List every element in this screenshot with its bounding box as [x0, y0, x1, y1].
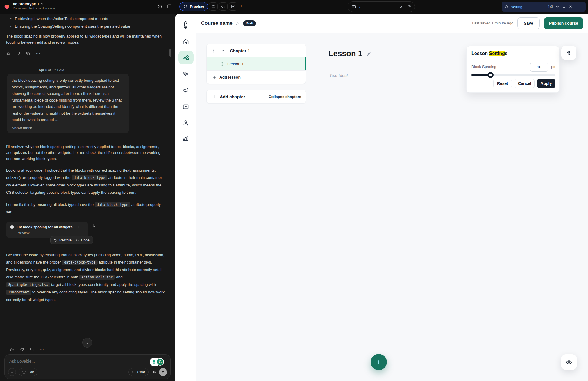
user-message-text: the block spacing setting is only correc…: [12, 77, 124, 123]
open-external-icon[interactable]: [399, 5, 403, 9]
block-spacing-label: Block Spacing: [471, 65, 496, 69]
chat-panel: Retrieving it when the ActionTools compo…: [0, 14, 175, 381]
app-main: Chapter 1 Lesson 1 Add lesson Add chapte…: [196, 33, 588, 381]
panel-icon[interactable]: [167, 4, 172, 9]
add-tab-button[interactable]: +: [240, 3, 243, 9]
show-more-link[interactable]: Show more: [12, 126, 124, 130]
assistant-fix-intro: Let me fix this by ensuring all block ty…: [6, 201, 165, 216]
app-header: Course name Draft Last saved 1 minute ag…: [196, 14, 588, 33]
find-bar: 1/3: [502, 2, 586, 12]
app-preview: Course name Draft Last saved 1 minute ag…: [175, 14, 588, 381]
assistant-looking: Looking at your code, I noticed that the…: [6, 167, 165, 196]
add-chapter-button[interactable]: Add chapter: [220, 94, 245, 99]
thumbs-down-icon[interactable]: [20, 348, 24, 352]
more-actions-icon[interactable]: ⋯: [36, 51, 41, 56]
lesson-title: Lesson 1: [328, 49, 362, 58]
thumbs-up-icon[interactable]: [6, 51, 10, 56]
copy-icon[interactable]: [26, 51, 30, 56]
refresh-icon[interactable]: [407, 5, 411, 9]
chapter-header-row[interactable]: Chapter 1: [207, 44, 306, 57]
bookmark-icon[interactable]: [92, 223, 96, 228]
restore-icon: [54, 238, 58, 242]
reset-button[interactable]: Reset: [493, 79, 512, 88]
publish-course-button[interactable]: Publish course: [544, 17, 583, 29]
chat-scroll-area[interactable]: Retrieving it when the ActionTools compo…: [0, 14, 175, 353]
sidebar-item-content-active[interactable]: [178, 51, 194, 64]
sidebar-item-inbox[interactable]: [182, 103, 190, 111]
copy-icon[interactable]: [30, 348, 34, 352]
edit-lesson-title-icon[interactable]: [366, 51, 371, 56]
chevron-up-icon[interactable]: [221, 49, 225, 53]
edit-mode-button[interactable]: Edit: [19, 368, 37, 376]
lovable-logo-icon[interactable]: [3, 2, 10, 11]
slider-thumb[interactable]: [488, 72, 494, 78]
sidebar-item-analytics[interactable]: [182, 135, 190, 142]
attach-button[interactable]: +: [8, 368, 16, 376]
last-saved-text: Last saved 1 minute ago: [472, 21, 513, 25]
sidebar-item-home[interactable]: [182, 38, 190, 45]
collapse-chapters-button[interactable]: Collapse chapters: [269, 95, 301, 99]
arrow-down-icon: [85, 341, 89, 345]
voice-input-icon[interactable]: [152, 370, 156, 374]
cloud-button[interactable]: [209, 2, 218, 11]
apply-button[interactable]: Apply: [537, 79, 555, 88]
find-next-icon[interactable]: [562, 5, 566, 9]
preview-label: Preview: [190, 4, 204, 9]
project-name[interactable]: flc-prototype-1: [13, 2, 55, 6]
more-actions-icon[interactable]: ⋯: [40, 347, 44, 352]
inline-code: ActionTools.tsx: [79, 275, 115, 280]
history-icon[interactable]: [157, 4, 162, 9]
add-chapter-card: Add chapter Collapse chapters: [206, 90, 306, 104]
bullet-item: Retrieving it when the ActionTools compo…: [10, 16, 168, 22]
search-input[interactable]: [511, 5, 546, 9]
assistant-summary: The block spacing is now properly applie…: [6, 33, 165, 45]
close-icon[interactable]: [569, 5, 573, 9]
code-icon: [76, 238, 79, 242]
send-button[interactable]: [159, 368, 167, 376]
preview-mode-button[interactable]: Preview: [179, 2, 208, 11]
thumbs-up-icon[interactable]: [10, 348, 14, 352]
text-block-placeholder[interactable]: Text block: [329, 73, 349, 78]
chat-mode-button[interactable]: Chat: [128, 368, 149, 376]
chat-scrollbar[interactable]: [169, 49, 171, 57]
thumbs-down-icon[interactable]: [16, 51, 20, 56]
device-toggle-icon[interactable]: [351, 4, 356, 9]
sliders-icon: [566, 50, 572, 56]
chat-input-field[interactable]: [9, 359, 105, 364]
top-bar: flc-prototype-1 Previewing last saved ve…: [0, 0, 588, 14]
code-view-button[interactable]: [219, 2, 228, 11]
block-spacing-slider[interactable]: [471, 74, 555, 76]
message-actions: ⋯: [6, 51, 168, 56]
sidebar-item-groups[interactable]: [182, 71, 190, 78]
find-prev-icon[interactable]: [555, 5, 560, 9]
drag-handle-icon[interactable]: [212, 48, 216, 53]
cancel-button[interactable]: Cancel: [515, 79, 535, 88]
lesson-settings-panel: Lesson Settings Block Spacing px Reset C…: [466, 46, 560, 93]
drag-handle-icon[interactable]: [220, 62, 224, 66]
assistant-analysis: I'll analyze why the block spacing setti…: [6, 144, 165, 162]
edit-course-name-icon[interactable]: [235, 21, 240, 26]
analytics-button[interactable]: [229, 2, 237, 11]
bullet-list: Retrieving it when the ActionTools compo…: [6, 16, 168, 29]
settings-toggle-button[interactable]: [561, 46, 576, 60]
add-block-button[interactable]: +: [371, 354, 387, 370]
url-bar[interactable]: /: [348, 1, 415, 12]
unit-label: px: [551, 65, 555, 69]
lesson-nav-item-selected[interactable]: Lesson 1: [207, 57, 306, 70]
grammarly-badge[interactable]: G: [150, 358, 164, 366]
add-lesson-button[interactable]: Add lesson: [207, 70, 306, 84]
globe-icon: [10, 225, 14, 229]
arrow-up-icon: [161, 370, 165, 374]
search-icon: [505, 5, 509, 9]
sidebar-item-announcements[interactable]: [182, 87, 190, 94]
restore-button[interactable]: Restore: [54, 238, 72, 242]
code-button[interactable]: Code: [76, 238, 90, 242]
save-button[interactable]: Save: [517, 17, 540, 29]
chat-input-card[interactable]: G + Edit Chat: [4, 354, 171, 379]
version-card[interactable]: Fix block spacing for all widgets Previe…: [6, 222, 88, 238]
chat-bubble-icon: [132, 370, 136, 374]
scroll-to-bottom-button[interactable]: [82, 338, 92, 348]
preview-eye-button[interactable]: [561, 354, 577, 370]
block-spacing-input[interactable]: [530, 63, 548, 72]
sidebar-item-profile[interactable]: [182, 119, 190, 127]
